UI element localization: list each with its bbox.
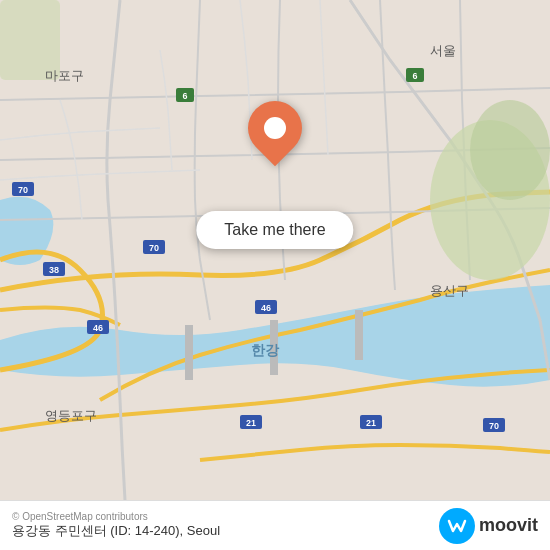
svg-text:6: 6: [412, 71, 417, 81]
svg-text:21: 21: [246, 418, 256, 428]
moovit-text: moovit: [479, 515, 538, 536]
moovit-logo: moovit: [439, 508, 538, 544]
svg-point-2: [470, 100, 550, 200]
svg-text:용산구: 용산구: [430, 283, 469, 298]
take-me-there-button[interactable]: Take me there: [196, 211, 353, 249]
map-container: 한강 마포구 서울 용산구 영등포구 6 6 70 70 38 46 46 70: [0, 0, 550, 500]
svg-text:38: 38: [49, 265, 59, 275]
svg-text:서울: 서울: [430, 43, 456, 58]
map-attribution: © OpenStreetMap contributors: [12, 511, 439, 522]
location-pin: [248, 101, 302, 155]
location-info: © OpenStreetMap contributors 용강동 주민센터 (I…: [12, 511, 439, 540]
svg-rect-6: [355, 310, 363, 360]
svg-text:21: 21: [366, 418, 376, 428]
svg-text:마포구: 마포구: [45, 68, 84, 83]
svg-rect-4: [185, 325, 193, 380]
location-name: 용강동 주민센터 (ID: 14-240), Seoul: [12, 522, 439, 540]
moovit-icon: [439, 508, 475, 544]
svg-text:6: 6: [182, 91, 187, 101]
bottom-bar: © OpenStreetMap contributors 용강동 주민센터 (I…: [0, 500, 550, 550]
svg-text:영등포구: 영등포구: [45, 408, 97, 423]
svg-text:46: 46: [93, 323, 103, 333]
svg-text:70: 70: [18, 185, 28, 195]
svg-text:한강: 한강: [251, 342, 280, 358]
map-background: 한강 마포구 서울 용산구 영등포구 6 6 70 70 38 46 46 70: [0, 0, 550, 500]
svg-text:70: 70: [149, 243, 159, 253]
svg-text:46: 46: [261, 303, 271, 313]
svg-text:70: 70: [489, 421, 499, 431]
